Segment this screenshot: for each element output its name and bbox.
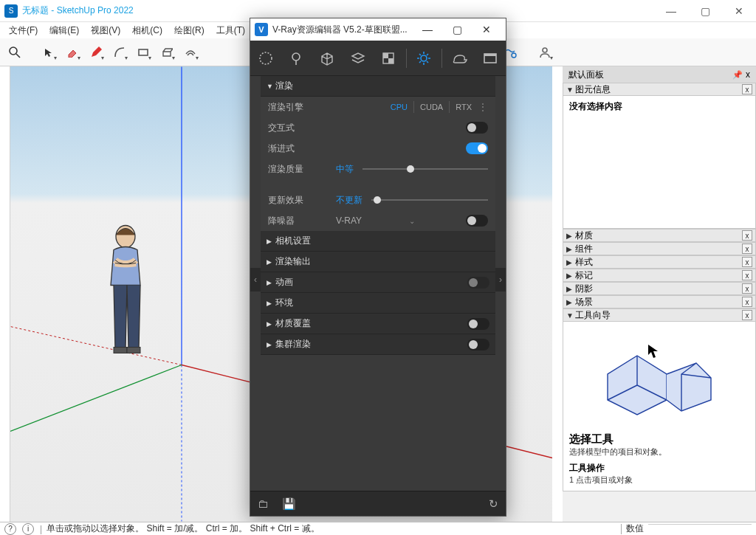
menu-edit[interactable]: 编辑(E) [44, 23, 85, 38]
vray-close[interactable]: ✕ [472, 19, 501, 40]
engine-more-icon[interactable]: ⋮ [478, 102, 488, 112]
vray-titlebar[interactable]: V V-Ray资源编辑器 V5.2-草图联盟... — ▢ ✕ [250, 18, 506, 41]
section-animation[interactable]: ▶动画 [261, 272, 495, 293]
section-camera[interactable]: ▶相机设置 [261, 231, 495, 252]
panel-tags[interactable]: ▶标记x [563, 269, 756, 282]
offset-tool[interactable] [180, 42, 201, 63]
vray-asset-editor[interactable]: V V-Ray资源编辑器 V5.2-草图联盟... — ▢ ✕ ‹ › ▼渲染 … [250, 18, 506, 517]
tab-settings-icon[interactable] [410, 45, 437, 72]
panel-scenes[interactable]: ▶场景x [563, 295, 756, 308]
panel-components[interactable]: ▶组件x [563, 242, 756, 255]
profile-icon[interactable] [535, 42, 555, 63]
tab-framebuffer-icon[interactable] [477, 45, 504, 72]
engine-rtx[interactable]: RTX [449, 101, 478, 113]
info-icon[interactable]: i [22, 523, 34, 535]
tab-lights-icon[interactable] [283, 45, 309, 72]
status-hint: 单击或拖动以选择对象。 Shift = 加/减。 Ctrl = 加。 Shift… [47, 522, 319, 535]
section-environment[interactable]: ▶环境 [261, 293, 495, 314]
menu-view[interactable]: 视图(V) [85, 23, 126, 38]
pin-icon[interactable]: 📌 [732, 70, 743, 80]
row-engine: 渲染引擎 CPU CUDA RTX ⋮ [261, 97, 495, 117]
panel-shadows[interactable]: ▶阴影x [563, 282, 756, 295]
help-icon[interactable]: ? [4, 523, 16, 535]
measure-input[interactable] [648, 524, 752, 534]
pencil-tool[interactable] [86, 42, 106, 63]
arc-tool[interactable] [109, 42, 130, 63]
svg-point-7 [512, 53, 516, 58]
panel-close[interactable]: x [742, 84, 752, 94]
section-swarm[interactable]: ▶集群渲染 [261, 334, 495, 355]
instructor-title: 选择工具 [569, 432, 749, 446]
panel-close[interactable]: x [742, 283, 752, 294]
vray-minimize[interactable]: — [413, 19, 442, 40]
vray-footer: 🗀 💾 ↻ [250, 491, 506, 516]
engine-cuda[interactable]: CUDA [413, 101, 449, 113]
save-icon[interactable]: 💾 [282, 497, 296, 511]
row-quality: 渲染质量 中等 [261, 159, 495, 179]
tab-materials-icon[interactable] [252, 45, 279, 72]
panel-entity-info[interactable]: ▼图元信息x [563, 83, 756, 96]
instructor-body: 选择工具 选择模型中的项目和对象。 工具操作 1 点击项目或对象 [563, 322, 756, 491]
instructor-ops-title: 工具操作 [569, 462, 749, 474]
vray-maximize[interactable]: ▢ [442, 19, 472, 40]
matoverride-toggle[interactable] [467, 318, 489, 330]
svg-rect-16 [127, 348, 140, 353]
panel-close[interactable]: x [742, 297, 752, 307]
svg-line-13 [10, 365, 182, 432]
tab-textures-icon[interactable] [375, 45, 402, 72]
svg-rect-2 [139, 49, 148, 55]
engine-cpu[interactable]: CPU [385, 101, 413, 113]
vray-collapse-left[interactable]: ‹ [250, 268, 261, 291]
section-output[interactable]: ▶渲染输出 [261, 252, 495, 272]
menu-draw[interactable]: 绘图(R) [168, 23, 210, 38]
menu-file[interactable]: 文件(F) [3, 23, 44, 38]
quality-slider[interactable] [362, 168, 488, 170]
tray-close[interactable]: x [746, 69, 750, 80]
progressive-toggle[interactable] [466, 142, 488, 154]
panel-instructor[interactable]: ▼工具向导x [563, 308, 756, 322]
right-tray: 默认面板 📌 x ▼图元信息x 没有选择内容 ▶材质x ▶组件x ▶样式x ▶标… [563, 66, 756, 522]
menu-camera[interactable]: 相机(C) [126, 23, 168, 38]
animation-toggle[interactable] [467, 277, 489, 289]
panel-close[interactable]: x [742, 270, 752, 280]
row-progressive: 渐进式 [261, 138, 495, 159]
svg-line-12 [10, 327, 182, 365]
swarm-toggle[interactable] [467, 339, 489, 351]
denoiser-dropdown-icon[interactable]: ⌄ [409, 217, 415, 225]
entity-info-label: 图元信息 [575, 83, 611, 96]
select-tool[interactable] [38, 42, 59, 63]
panel-close[interactable]: x [742, 244, 752, 254]
tray-title[interactable]: 默认面板 📌 x [563, 66, 756, 83]
panel-close[interactable]: x [742, 230, 752, 241]
eraser-tool[interactable] [62, 42, 83, 63]
refresh-icon[interactable]: ↻ [489, 497, 498, 511]
svg-point-17 [260, 52, 272, 64]
section-animation-label: 动画 [275, 276, 293, 289]
panel-materials[interactable]: ▶材质x [563, 229, 756, 242]
panel-close[interactable]: x [742, 310, 752, 320]
close-button[interactable]: ✕ [722, 0, 756, 22]
tab-render-icon[interactable] [447, 45, 473, 72]
maximize-button[interactable]: ▢ [688, 0, 722, 22]
tab-layers-icon[interactable] [345, 45, 371, 72]
section-swarm-label: 集群渲染 [275, 338, 311, 351]
panel-styles[interactable]: ▶样式x [563, 255, 756, 269]
folder-icon[interactable]: 🗀 [258, 497, 269, 510]
minimize-button[interactable]: — [654, 0, 688, 22]
tab-geometry-icon[interactable] [314, 45, 340, 72]
rectangle-tool[interactable] [133, 42, 154, 63]
section-render[interactable]: ▼渲染 [261, 76, 495, 97]
progressive-label: 渐进式 [268, 142, 336, 155]
denoiser-toggle[interactable] [466, 215, 488, 227]
section-matoverride[interactable]: ▶材质覆盖 [261, 314, 495, 334]
vray-body: ‹ › ▼渲染 渲染引擎 CPU CUDA RTX ⋮ 交互式 [250, 76, 506, 491]
pushpull-tool[interactable] [157, 42, 177, 63]
vray-collapse-right[interactable]: › [495, 268, 506, 291]
instructor-label: 工具向导 [575, 309, 611, 322]
update-slider[interactable] [371, 199, 488, 201]
menu-tools[interactable]: 工具(T) [210, 23, 251, 38]
interactive-toggle[interactable] [466, 122, 488, 134]
search-icon[interactable] [4, 42, 25, 63]
svg-rect-22 [388, 58, 394, 63]
panel-close[interactable]: x [742, 257, 752, 267]
